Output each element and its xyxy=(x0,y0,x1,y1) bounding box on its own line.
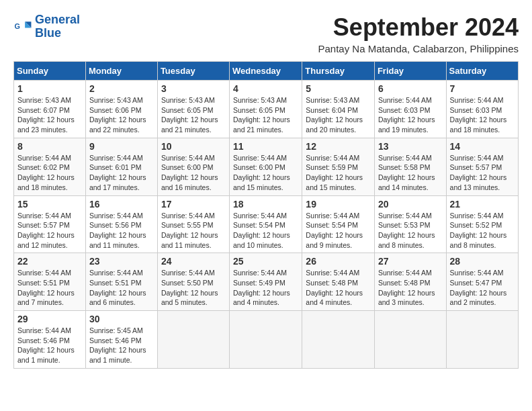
calendar-cell: 5Sunrise: 5:43 AM Sunset: 6:04 PM Daylig… xyxy=(302,81,375,138)
col-header-sunday: Sunday xyxy=(14,62,86,81)
day-info: Sunrise: 5:44 AM Sunset: 6:01 PM Dayligh… xyxy=(89,153,154,193)
calendar-cell: 18Sunrise: 5:44 AM Sunset: 5:54 PM Dayli… xyxy=(230,195,302,253)
day-info: Sunrise: 5:44 AM Sunset: 5:54 PM Dayligh… xyxy=(233,211,298,250)
logo-icon: G xyxy=(13,17,32,36)
calendar-cell: 21Sunrise: 5:44 AM Sunset: 5:52 PM Dayli… xyxy=(446,195,518,253)
day-number: 29 xyxy=(17,314,82,324)
calendar-cell: 11Sunrise: 5:44 AM Sunset: 6:00 PM Dayli… xyxy=(230,138,302,195)
day-number: 25 xyxy=(233,256,298,267)
svg-text:G: G xyxy=(15,22,20,30)
calendar-cell: 1Sunrise: 5:43 AM Sunset: 6:07 PM Daylig… xyxy=(14,81,86,138)
day-number: 1 xyxy=(17,83,82,94)
logo-general: General xyxy=(35,13,80,26)
calendar-cell: 2Sunrise: 5:43 AM Sunset: 6:06 PM Daylig… xyxy=(85,81,157,138)
day-info: Sunrise: 5:44 AM Sunset: 5:55 PM Dayligh… xyxy=(161,211,226,250)
day-number: 18 xyxy=(233,199,298,210)
day-info: Sunrise: 5:44 AM Sunset: 5:48 PM Dayligh… xyxy=(306,268,371,308)
calendar-cell: 13Sunrise: 5:44 AM Sunset: 5:58 PM Dayli… xyxy=(374,138,446,195)
day-number: 6 xyxy=(378,83,443,94)
day-info: Sunrise: 5:44 AM Sunset: 6:03 PM Dayligh… xyxy=(450,95,515,135)
day-info: Sunrise: 5:44 AM Sunset: 5:58 PM Dayligh… xyxy=(378,153,443,193)
calendar-cell xyxy=(302,311,375,369)
day-info: Sunrise: 5:44 AM Sunset: 5:50 PM Dayligh… xyxy=(161,268,226,308)
day-number: 2 xyxy=(89,83,154,94)
day-info: Sunrise: 5:44 AM Sunset: 6:00 PM Dayligh… xyxy=(233,153,298,193)
calendar-cell: 9Sunrise: 5:44 AM Sunset: 6:01 PM Daylig… xyxy=(85,138,157,195)
day-info: Sunrise: 5:44 AM Sunset: 5:56 PM Dayligh… xyxy=(89,211,154,250)
location-subtitle: Pantay Na Matanda, Calabarzon, Philippin… xyxy=(318,43,519,54)
day-number: 22 xyxy=(17,256,82,267)
calendar-cell: 3Sunrise: 5:43 AM Sunset: 6:05 PM Daylig… xyxy=(157,81,229,138)
day-number: 16 xyxy=(89,199,154,210)
day-number: 3 xyxy=(161,83,226,94)
day-number: 4 xyxy=(233,83,298,94)
day-info: Sunrise: 5:44 AM Sunset: 6:00 PM Dayligh… xyxy=(161,153,226,193)
day-number: 14 xyxy=(450,141,515,152)
day-info: Sunrise: 5:44 AM Sunset: 5:54 PM Dayligh… xyxy=(306,211,371,250)
col-header-thursday: Thursday xyxy=(302,62,375,81)
calendar-cell: 29Sunrise: 5:44 AM Sunset: 5:46 PM Dayli… xyxy=(14,311,86,369)
col-header-tuesday: Tuesday xyxy=(157,62,229,81)
day-number: 12 xyxy=(306,141,371,152)
calendar-cell: 17Sunrise: 5:44 AM Sunset: 5:55 PM Dayli… xyxy=(157,195,229,253)
day-number: 15 xyxy=(17,199,82,210)
month-title: September 2024 xyxy=(318,13,519,42)
day-number: 20 xyxy=(378,199,443,210)
day-info: Sunrise: 5:44 AM Sunset: 5:47 PM Dayligh… xyxy=(450,268,515,308)
day-info: Sunrise: 5:44 AM Sunset: 5:53 PM Dayligh… xyxy=(378,211,443,250)
calendar-cell: 24Sunrise: 5:44 AM Sunset: 5:50 PM Dayli… xyxy=(157,253,229,311)
calendar-cell: 15Sunrise: 5:44 AM Sunset: 5:57 PM Dayli… xyxy=(14,195,86,253)
day-info: Sunrise: 5:45 AM Sunset: 5:46 PM Dayligh… xyxy=(89,326,154,365)
day-info: Sunrise: 5:43 AM Sunset: 6:05 PM Dayligh… xyxy=(161,95,226,135)
calendar-cell: 6Sunrise: 5:44 AM Sunset: 6:03 PM Daylig… xyxy=(374,81,446,138)
day-number: 13 xyxy=(378,141,443,152)
day-number: 19 xyxy=(306,199,371,210)
day-info: Sunrise: 5:44 AM Sunset: 5:59 PM Dayligh… xyxy=(306,153,371,193)
calendar-cell: 12Sunrise: 5:44 AM Sunset: 5:59 PM Dayli… xyxy=(302,138,375,195)
calendar-cell: 4Sunrise: 5:43 AM Sunset: 6:05 PM Daylig… xyxy=(230,81,302,138)
day-info: Sunrise: 5:44 AM Sunset: 5:51 PM Dayligh… xyxy=(89,268,154,308)
calendar-cell: 23Sunrise: 5:44 AM Sunset: 5:51 PM Dayli… xyxy=(85,253,157,311)
day-info: Sunrise: 5:44 AM Sunset: 6:03 PM Dayligh… xyxy=(378,95,443,135)
calendar-cell: 28Sunrise: 5:44 AM Sunset: 5:47 PM Dayli… xyxy=(446,253,518,311)
calendar-cell: 14Sunrise: 5:44 AM Sunset: 5:57 PM Dayli… xyxy=(446,138,518,195)
day-number: 27 xyxy=(378,256,443,267)
col-header-saturday: Saturday xyxy=(446,62,518,81)
day-info: Sunrise: 5:44 AM Sunset: 5:57 PM Dayligh… xyxy=(450,153,515,193)
col-header-friday: Friday xyxy=(374,62,446,81)
day-info: Sunrise: 5:44 AM Sunset: 5:46 PM Dayligh… xyxy=(17,326,82,365)
day-info: Sunrise: 5:44 AM Sunset: 5:51 PM Dayligh… xyxy=(17,268,82,308)
calendar-cell: 22Sunrise: 5:44 AM Sunset: 5:51 PM Dayli… xyxy=(14,253,86,311)
calendar: SundayMondayTuesdayWednesdayThursdayFrid… xyxy=(13,61,519,369)
calendar-cell: 20Sunrise: 5:44 AM Sunset: 5:53 PM Dayli… xyxy=(374,195,446,253)
day-number: 30 xyxy=(89,314,154,324)
day-number: 24 xyxy=(161,256,226,267)
calendar-cell: 25Sunrise: 5:44 AM Sunset: 5:49 PM Dayli… xyxy=(230,253,302,311)
calendar-cell: 7Sunrise: 5:44 AM Sunset: 6:03 PM Daylig… xyxy=(446,81,518,138)
day-info: Sunrise: 5:43 AM Sunset: 6:07 PM Dayligh… xyxy=(17,95,82,135)
day-info: Sunrise: 5:44 AM Sunset: 6:02 PM Dayligh… xyxy=(17,153,82,193)
logo-text: General Blue xyxy=(35,13,80,40)
day-number: 5 xyxy=(306,83,371,94)
calendar-cell xyxy=(374,311,446,369)
day-info: Sunrise: 5:43 AM Sunset: 6:05 PM Dayligh… xyxy=(233,95,298,135)
calendar-cell xyxy=(230,311,302,369)
day-number: 17 xyxy=(161,199,226,210)
logo-blue: Blue xyxy=(35,26,61,40)
col-header-monday: Monday xyxy=(85,62,157,81)
col-header-wednesday: Wednesday xyxy=(230,62,302,81)
day-info: Sunrise: 5:44 AM Sunset: 5:52 PM Dayligh… xyxy=(450,211,515,250)
calendar-cell: 16Sunrise: 5:44 AM Sunset: 5:56 PM Dayli… xyxy=(85,195,157,253)
day-info: Sunrise: 5:44 AM Sunset: 5:48 PM Dayligh… xyxy=(378,268,443,308)
day-number: 21 xyxy=(450,199,515,210)
day-info: Sunrise: 5:44 AM Sunset: 5:57 PM Dayligh… xyxy=(17,211,82,250)
day-number: 28 xyxy=(450,256,515,267)
day-number: 9 xyxy=(89,141,154,152)
day-info: Sunrise: 5:43 AM Sunset: 6:06 PM Dayligh… xyxy=(89,95,154,135)
title-block: September 2024 Pantay Na Matanda, Calaba… xyxy=(318,13,519,54)
day-number: 11 xyxy=(233,141,298,152)
calendar-cell: 8Sunrise: 5:44 AM Sunset: 6:02 PM Daylig… xyxy=(14,138,86,195)
day-number: 7 xyxy=(450,83,515,94)
day-number: 10 xyxy=(161,141,226,152)
day-info: Sunrise: 5:44 AM Sunset: 5:49 PM Dayligh… xyxy=(233,268,298,308)
